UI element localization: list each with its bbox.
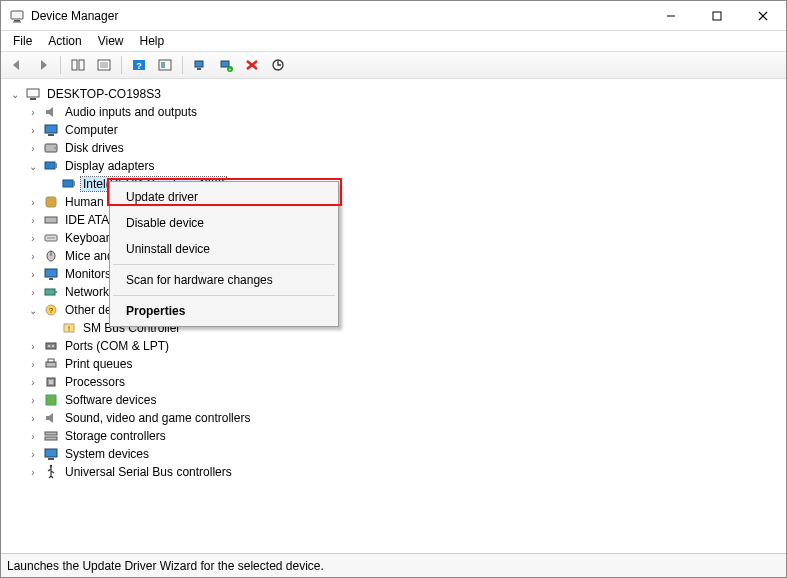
svg-rect-53 (48, 359, 54, 362)
forward-button[interactable] (31, 54, 55, 76)
uninstall-device-button[interactable] (240, 54, 264, 76)
usb-icon (43, 464, 59, 480)
svg-rect-36 (45, 217, 57, 223)
device-manager-icon (9, 8, 25, 24)
tree-node-label: Processors (63, 375, 127, 389)
chevron-right-icon[interactable]: › (27, 394, 39, 406)
tree-root-node[interactable]: ⌄ DESKTOP-CO198S3 (9, 85, 782, 103)
mouse-icon (43, 248, 59, 264)
tree-node-ports[interactable]: › Ports (COM & LPT) (27, 337, 782, 355)
tree-node-sound[interactable]: › Sound, video and game controllers (27, 409, 782, 427)
tree-node-label: Storage controllers (63, 429, 168, 443)
network-icon (43, 284, 59, 300)
chevron-right-icon[interactable]: › (27, 466, 39, 478)
chevron-right-icon[interactable]: › (27, 340, 39, 352)
chevron-right-icon[interactable]: › (27, 412, 39, 424)
menu-action[interactable]: Action (40, 32, 89, 50)
svg-rect-27 (45, 125, 57, 133)
svg-rect-26 (30, 98, 36, 100)
tree-node-storage[interactable]: › Storage controllers (27, 427, 782, 445)
svg-point-30 (54, 147, 56, 149)
menu-help[interactable]: Help (132, 32, 173, 50)
context-uninstall-device[interactable]: Uninstall device (112, 236, 336, 262)
chevron-right-icon[interactable]: › (27, 124, 39, 136)
tree-node-printq[interactable]: › Print queues (27, 355, 782, 373)
tree-node-audio[interactable]: › Audio inputs and outputs (27, 103, 782, 121)
svg-text:?: ? (49, 306, 54, 315)
close-button[interactable] (740, 1, 786, 31)
properties-button[interactable] (92, 54, 116, 76)
menu-view[interactable]: View (90, 32, 132, 50)
tree-node-label: Sound, video and game controllers (63, 411, 252, 425)
chevron-down-icon[interactable]: ⌄ (27, 160, 39, 172)
show-hide-console-button[interactable] (66, 54, 90, 76)
svg-rect-49 (46, 343, 56, 349)
display-adapter-icon (43, 158, 59, 174)
monitor-icon (43, 122, 59, 138)
tree-node-software[interactable]: › Software devices (27, 391, 782, 409)
svg-rect-41 (45, 269, 57, 277)
svg-rect-0 (11, 11, 23, 19)
svg-rect-44 (55, 291, 57, 293)
chevron-right-icon[interactable]: › (27, 286, 39, 298)
tree-node-label: Computer (63, 123, 120, 137)
minimize-button[interactable] (648, 1, 694, 31)
context-properties[interactable]: Properties (112, 298, 336, 324)
menubar: File Action View Help (1, 31, 786, 51)
svg-rect-28 (48, 134, 54, 136)
tree-node-label: Disk drives (63, 141, 126, 155)
svg-rect-60 (48, 458, 54, 460)
tree-node-disk[interactable]: › Disk drives (27, 139, 782, 157)
action-button[interactable] (153, 54, 177, 76)
context-update-driver[interactable]: Update driver (112, 184, 336, 210)
svg-rect-18 (197, 68, 201, 70)
svg-point-61 (50, 465, 52, 467)
chevron-down-icon[interactable]: ⌄ (9, 88, 21, 100)
add-legacy-hardware-button[interactable]: + (214, 54, 238, 76)
audio-icon (43, 104, 59, 120)
svg-rect-8 (79, 60, 84, 70)
scan-hardware-button[interactable] (188, 54, 212, 76)
chevron-right-icon[interactable]: › (27, 142, 39, 154)
context-scan-hardware[interactable]: Scan for hardware changes (112, 267, 336, 293)
hid-icon (43, 194, 59, 210)
tree-node-display[interactable]: ⌄ Display adapters (27, 157, 782, 175)
tree-node-computer[interactable]: › Computer (27, 121, 782, 139)
context-menu: Update driver Disable device Uninstall d… (109, 181, 339, 327)
chevron-right-icon[interactable]: › (27, 250, 39, 262)
chevron-right-icon[interactable]: › (27, 214, 39, 226)
svg-rect-58 (45, 437, 57, 440)
svg-rect-7 (72, 60, 77, 70)
chevron-right-icon[interactable]: › (27, 106, 39, 118)
context-disable-device[interactable]: Disable device (112, 210, 336, 236)
chevron-right-icon[interactable]: › (27, 358, 39, 370)
chevron-right-icon[interactable]: › (27, 448, 39, 460)
chevron-right-icon[interactable]: › (27, 376, 39, 388)
update-driver-button[interactable] (266, 54, 290, 76)
svg-rect-35 (46, 197, 56, 207)
menu-file[interactable]: File (5, 32, 40, 50)
window-title: Device Manager (31, 9, 118, 23)
maximize-button[interactable] (694, 1, 740, 31)
tree-node-processors[interactable]: › Processors (27, 373, 782, 391)
monitor-icon (43, 266, 59, 282)
chevron-right-icon[interactable]: › (27, 430, 39, 442)
chevron-right-icon[interactable]: › (27, 232, 39, 244)
help-button[interactable]: ? (127, 54, 151, 76)
sound-icon (43, 410, 59, 426)
tree-node-usb[interactable]: › Universal Serial Bus controllers (27, 463, 782, 481)
tree-node-system[interactable]: › System devices (27, 445, 782, 463)
back-button[interactable] (5, 54, 29, 76)
svg-rect-55 (49, 380, 53, 384)
chevron-right-icon[interactable]: › (27, 268, 39, 280)
svg-rect-43 (45, 289, 55, 295)
context-separator (113, 295, 335, 296)
device-tree-pane: ⌄ DESKTOP-CO198S3 › Audio inputs and out… (1, 79, 786, 553)
svg-rect-32 (55, 163, 57, 168)
chevron-down-icon[interactable]: ⌄ (27, 304, 39, 316)
chevron-right-icon[interactable]: › (27, 196, 39, 208)
software-icon (43, 392, 59, 408)
statusbar: Launches the Update Driver Wizard for th… (1, 553, 786, 577)
tree-node-label: System devices (63, 447, 151, 461)
toolbar-separator (60, 56, 61, 74)
